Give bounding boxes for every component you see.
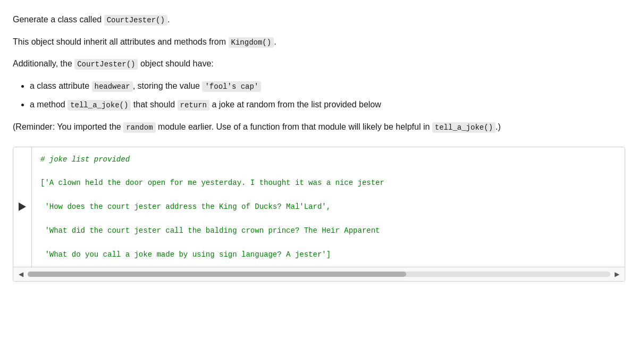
p3-code: CourtJester()	[74, 59, 138, 70]
reminder-paragraph: (Reminder: You imported the random modul…	[13, 120, 625, 134]
reminder-code2: tell_a_joke()	[432, 122, 496, 133]
reminder-code: random	[123, 122, 155, 133]
p3-prefix: Additionally, the	[13, 59, 74, 68]
bullet1-code2: 'fool's cap'	[202, 81, 261, 92]
reminder-prefix: (Reminder: You imported the	[13, 122, 123, 131]
code-block-header: # joke list provided ['A clown held the …	[13, 147, 625, 267]
bullet2-code2: return	[178, 100, 209, 111]
code-line-3: 'What did the court jester call the bald…	[40, 226, 380, 235]
paragraph-2: This object should inherit all attribute…	[13, 35, 625, 49]
bullet-list: a class attribute headwear, storing the …	[13, 79, 625, 112]
reminder-suffix: .)	[496, 122, 501, 131]
p2-prefix: This object should inherit all attribute…	[13, 37, 229, 46]
run-icon	[19, 202, 26, 211]
paragraph-3: Additionally, the CourtJester() object s…	[13, 57, 625, 71]
reminder-middle: module earlier. Use of a function from t…	[156, 122, 432, 131]
bullet1-middle: , storing the value	[133, 81, 203, 90]
list-item: a method tell_a_joke() that should retur…	[30, 98, 625, 112]
scrollbar-track[interactable]	[28, 272, 610, 277]
code-block-container: # joke list provided ['A clown held the …	[13, 147, 625, 282]
bullet2-suffix: a joke at random from the list provided …	[209, 100, 381, 109]
list-item: a class attribute headwear, storing the …	[30, 79, 625, 93]
bullet2-code1: tell_a_joke()	[68, 100, 131, 111]
bullet2-middle: that should	[131, 100, 177, 109]
code-line-1: ['A clown held the door open for me yest…	[40, 179, 384, 187]
p2-suffix: .	[274, 37, 276, 46]
code-block[interactable]: # joke list provided ['A clown held the …	[32, 147, 625, 267]
p3-suffix: object should have:	[138, 59, 213, 68]
run-button[interactable]	[13, 147, 32, 267]
p1-code: CourtJester()	[104, 15, 167, 26]
scroll-left-arrow[interactable]: ◀	[16, 269, 26, 279]
paragraph-1: Generate a class called CourtJester().	[13, 13, 625, 27]
bullet2-prefix: a method	[30, 100, 68, 109]
content-area: Generate a class called CourtJester(). T…	[13, 13, 625, 282]
bullet1-code1: headwear	[92, 81, 133, 92]
p1-suffix: .	[167, 15, 170, 24]
bullet1-prefix: a class attribute	[30, 81, 92, 90]
code-comment: # joke list provided	[40, 155, 130, 164]
scrollbar-thumb[interactable]	[28, 272, 406, 277]
p1-prefix: Generate a class called	[13, 15, 104, 24]
scrollbar-area: ◀ ▶	[13, 267, 625, 281]
code-line-4: 'What do you call a joke made by using s…	[40, 250, 331, 259]
p2-code: Kingdom()	[229, 37, 274, 48]
code-line-2: 'How does the court jester address the K…	[40, 202, 331, 211]
scroll-right-arrow[interactable]: ▶	[612, 269, 622, 279]
